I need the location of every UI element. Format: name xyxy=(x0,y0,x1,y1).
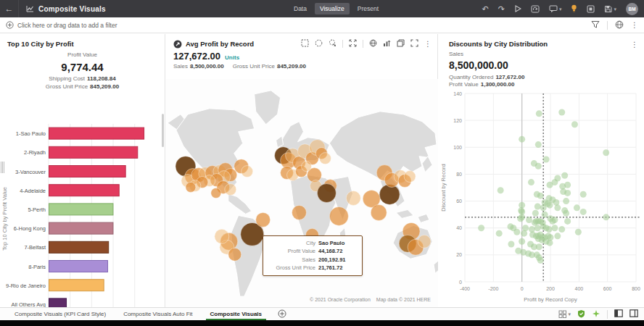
header-actions: ↶ ↷ ▾ ▾ BM xyxy=(482,0,638,17)
svg-text:1-Sao Paulo: 1-Sao Paulo xyxy=(16,130,46,137)
canvas: Top 10 City by Profit Profit Value 9,774… xyxy=(0,34,644,307)
insights-lightbulb-icon[interactable] xyxy=(571,4,577,13)
sort-chart-icon[interactable] xyxy=(383,39,391,49)
svg-text:9-Rio de Janeiro: 9-Rio de Janeiro xyxy=(6,283,46,289)
canvas-tab-bar: Composite Visuals (KPI Card Style) Compo… xyxy=(0,307,644,320)
panel-drag-handle[interactable] xyxy=(1,162,5,173)
user-avatar[interactable]: BM xyxy=(626,3,638,15)
taskbar-strip xyxy=(0,320,644,326)
canvas-frame-icon[interactable] xyxy=(587,5,595,13)
panel-title: Top 10 City by Profit xyxy=(0,34,165,48)
svg-text:4-Adelaide: 4-Adelaide xyxy=(20,188,46,194)
canvas-menu-kebab[interactable]: ⋮ xyxy=(631,21,638,29)
analytics-app: ← Composite Visuals Data Visualize Prese… xyxy=(0,0,644,320)
chevron-down-icon: ▾ xyxy=(614,7,616,12)
add-filter-target[interactable]: Click here or drag data to add a filter xyxy=(6,21,117,29)
svg-text:20: 20 xyxy=(456,252,462,257)
canvas-tab-kpi-card-style[interactable]: Composite Visuals (KPI Card Style) xyxy=(6,308,115,320)
svg-text:80: 80 xyxy=(456,172,462,177)
canvas-tab-composite-visuals[interactable]: Composite Visuals xyxy=(202,308,271,320)
svg-text:5-Perth: 5-Perth xyxy=(28,206,46,213)
tooltip-row: CitySao Paulo xyxy=(268,239,356,247)
annotate-menu[interactable]: ▾ xyxy=(549,5,562,12)
kpi-unit-label: Units xyxy=(225,54,239,61)
visualization-settings-icon[interactable] xyxy=(615,20,624,30)
svg-text:120: 120 xyxy=(453,118,462,123)
marquee-select-icon[interactable] xyxy=(301,39,309,49)
svg-text:0: 0 xyxy=(459,280,462,285)
scatter-kpi-block: Sales 8,500,000.00 Quantity Ordered127,6… xyxy=(439,48,644,88)
map-toolbar: ⋮ xyxy=(301,39,432,49)
svg-text:6-Hong Kong: 6-Hong Kong xyxy=(14,225,46,232)
svg-text:200: 200 xyxy=(546,286,555,291)
panel-avg-profit-by-record[interactable]: Avg Profit by Record ⋮ 127,67 xyxy=(166,34,438,307)
auto-insights-sparkle-icon[interactable] xyxy=(592,309,600,319)
panel-discounts-by-city[interactable]: Discounts by City Distribution ⋮ Sales 8… xyxy=(439,34,644,307)
undo-icon[interactable]: ↶ xyxy=(482,5,489,13)
tab-present[interactable]: Present xyxy=(352,3,384,14)
panel-title: Avg Profit by Record xyxy=(186,40,254,48)
tab-data[interactable]: Data xyxy=(289,3,312,14)
kpi-sub-row: Quantity Ordered127,672.00 xyxy=(449,74,644,81)
world-map[interactable]: CitySao PauloProfit Value44,168.72Sales2… xyxy=(166,79,438,307)
kpi-block: Profit Value 9,774.44 Shipping Cost118,2… xyxy=(0,51,165,91)
svg-text:100: 100 xyxy=(453,145,462,150)
toggle-right-panel-icon[interactable] xyxy=(629,309,638,319)
map-panel-header: Avg Profit by Record ⋮ xyxy=(166,34,437,49)
back-arrow-icon: ← xyxy=(5,4,14,14)
tab-visualize[interactable]: Visualize xyxy=(315,3,350,14)
divider xyxy=(363,40,363,48)
svg-text:-200: -200 xyxy=(488,286,498,291)
svg-text:600: 600 xyxy=(603,286,612,291)
back-button[interactable]: ← xyxy=(0,0,19,17)
svg-text:2-Riyadh: 2-Riyadh xyxy=(24,149,46,156)
divider xyxy=(342,40,343,48)
maximize-icon[interactable] xyxy=(410,39,418,49)
canvas-tab-auto-fit[interactable]: Composite Visuals Auto Fit xyxy=(115,308,201,320)
svg-text:400: 400 xyxy=(574,286,583,291)
freeform-lasso-icon[interactable] xyxy=(329,39,337,49)
divider xyxy=(607,21,608,30)
canvas-layout-menu[interactable]: ▾ xyxy=(558,310,571,318)
add-canvas-icon[interactable] xyxy=(278,309,286,319)
map-kpi-block: 127,672.00 Units Sales8,500,000.00Gross … xyxy=(166,49,437,70)
filter-funnel-icon[interactable] xyxy=(591,20,600,30)
workbook-chart-icon xyxy=(26,5,34,13)
tooltip-row: Sales200,192.91 xyxy=(268,256,356,264)
status-bar-actions: ▾ xyxy=(558,309,638,319)
svg-text:40: 40 xyxy=(456,225,462,230)
layers-icon[interactable] xyxy=(397,39,405,49)
svg-text:Discount by Record: Discount by Record xyxy=(440,164,447,211)
tooltip-row: Profit Value44,168.72 xyxy=(268,247,356,255)
kpi-value: 9,774.44 xyxy=(0,60,165,75)
visual-menu-kebab[interactable]: ⋮ xyxy=(424,40,432,48)
save-menu[interactable]: ▾ xyxy=(604,5,616,13)
app-header: ← Composite Visuals Data Visualize Prese… xyxy=(0,0,644,17)
panel-title: Discounts by City Distribution xyxy=(439,34,644,48)
workbook-title: Composite Visuals xyxy=(38,5,106,13)
zoom-to-fit-icon[interactable] xyxy=(349,39,357,49)
kpi-sub-row: Gross Unit Price845,209.00 xyxy=(0,83,165,91)
bar-chart[interactable]: 010K20K30K40K1-Sao Paulo2-Riyadh3-Vancou… xyxy=(0,120,165,326)
add-filter-icon xyxy=(6,21,14,29)
refresh-data-icon[interactable] xyxy=(531,5,540,13)
visual-menu-kebab[interactable]: ⋮ xyxy=(631,41,638,49)
preview-icon[interactable] xyxy=(514,5,521,12)
redo-icon[interactable]: ↷ xyxy=(498,5,505,13)
ellipse-lasso-icon[interactable] xyxy=(315,39,323,49)
svg-text:8-Paris: 8-Paris xyxy=(28,264,46,270)
scrollbar-thumb[interactable] xyxy=(162,114,164,147)
insight-badge-icon xyxy=(173,40,182,49)
kpi-value: 127,672.00 xyxy=(173,51,220,62)
map-tooltip: CitySao PauloProfit Value44,168.72Sales2… xyxy=(263,235,363,276)
chevron-down-icon: ▾ xyxy=(559,7,562,12)
data-quality-icon[interactable] xyxy=(577,309,585,319)
panel-top10-city-by-profit[interactable]: Top 10 City by Profit Profit Value 9,774… xyxy=(0,34,165,307)
svg-text:7-Belfast: 7-Belfast xyxy=(24,244,46,251)
map-attribution: © 2021 Oracle CorporationMap data © 2021… xyxy=(304,297,431,302)
scatter-chart[interactable]: -400-2000200400600800020406080100120140P… xyxy=(439,88,644,307)
tooltip-row: Gross Unit Price21,761.72 xyxy=(268,264,356,272)
filter-bar: Click here or drag data to add a filter … xyxy=(0,17,644,33)
toggle-left-panel-icon[interactable] xyxy=(614,309,623,319)
map-background-icon[interactable] xyxy=(369,39,377,49)
